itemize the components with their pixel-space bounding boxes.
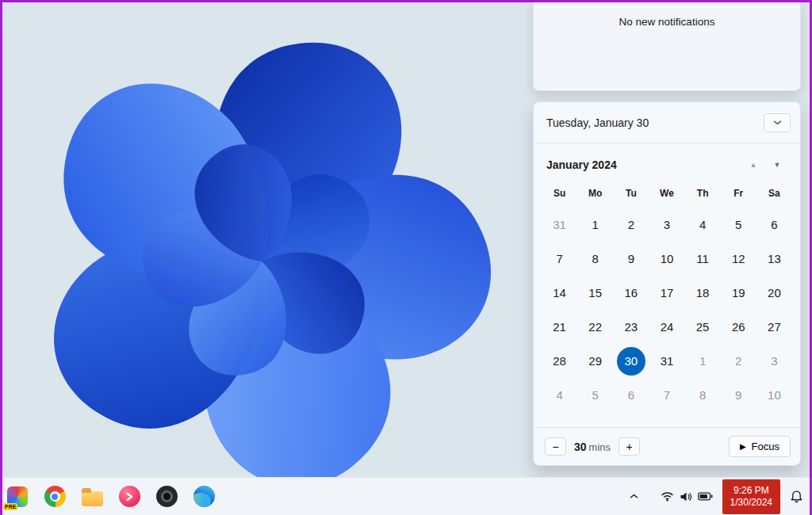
calendar-day[interactable]: 25: [685, 310, 721, 344]
calendar-day[interactable]: 29: [577, 344, 613, 378]
calendar-day[interactable]: 6: [613, 378, 649, 412]
calendar-day[interactable]: 27: [756, 310, 792, 344]
network-volume-battery-button[interactable]: [654, 481, 719, 513]
calendar-day[interactable]: 1: [577, 208, 613, 242]
folder-icon: [82, 491, 103, 506]
calendar-day[interactable]: 9: [613, 242, 649, 276]
calendar-day[interactable]: 13: [756, 242, 792, 276]
calendar-day[interactable]: 2: [613, 208, 649, 242]
chevron-down-icon: ▼: [774, 161, 781, 169]
edge-icon: [193, 486, 215, 507]
taskbar-system-tray: 9:26 PM 1/30/2024: [623, 479, 812, 514]
calendar-day[interactable]: 16: [613, 276, 649, 310]
tray-time: 9:26 PM: [733, 485, 769, 497]
calendar-day[interactable]: 4: [542, 378, 577, 412]
calendar-day[interactable]: 22: [577, 310, 613, 344]
calendar-day[interactable]: 5: [721, 208, 756, 242]
focus-minutes-value: 30: [574, 441, 587, 453]
wifi-icon: [661, 491, 674, 502]
calendar-day[interactable]: 24: [649, 310, 684, 344]
taskbar-preview-app-icon[interactable]: PRE: [2, 480, 33, 513]
focus-minutes-unit: mins: [589, 441, 611, 453]
taskbar-media-app-icon[interactable]: [114, 480, 144, 513]
calendar-day[interactable]: 28: [542, 344, 577, 378]
focus-minutes-decrease-button[interactable]: −: [545, 437, 566, 456]
show-hidden-icons-button[interactable]: [623, 481, 645, 513]
camera-lens-icon: [156, 486, 178, 507]
calendar-day[interactable]: 3: [756, 344, 792, 378]
no-notifications-text: No new notifications: [534, 16, 800, 28]
calendar-day[interactable]: 1: [685, 344, 721, 378]
calendar-day[interactable]: 10: [649, 242, 684, 276]
calendar-next-month-button[interactable]: ▼: [765, 155, 789, 174]
calendar-day[interactable]: 21: [542, 310, 577, 344]
focus-session-bar: − 30mins + ▶ Focus: [534, 427, 800, 465]
calendar-day[interactable]: 15: [577, 276, 613, 310]
calendar-day[interactable]: 9: [721, 378, 756, 412]
calendar-collapse-button[interactable]: [764, 113, 791, 132]
calendar-day[interactable]: 3: [649, 208, 684, 242]
day-of-week-header: Th: [685, 179, 721, 208]
calendar-day[interactable]: 12: [721, 242, 756, 276]
chevron-down-icon: [773, 120, 782, 125]
bell-icon: [790, 490, 803, 503]
calendar-month-row: January 2024 ▲ ▼: [534, 143, 800, 177]
day-of-week-header: Tu: [613, 179, 649, 208]
focus-start-button[interactable]: ▶ Focus: [729, 436, 791, 457]
calendar-day[interactable]: 26: [721, 310, 756, 344]
taskbar-pinned-apps: PRE: [0, 480, 219, 513]
taskbar-file-explorer-icon[interactable]: [77, 480, 107, 513]
day-of-week-header: Su: [542, 179, 577, 208]
battery-icon: [698, 492, 713, 501]
chrome-icon: [44, 486, 66, 507]
calendar-day[interactable]: 18: [685, 276, 721, 310]
notification-bell-button[interactable]: [783, 481, 810, 513]
chevron-up-icon: ▲: [750, 161, 757, 169]
calendar-grid: SuMoTuWeThFrSa31123456789101112131415161…: [534, 177, 800, 412]
day-of-week-header: Fr: [721, 179, 756, 208]
calendar-day[interactable]: 23: [613, 310, 649, 344]
taskbar-clock[interactable]: 9:26 PM 1/30/2024: [722, 479, 780, 514]
day-of-week-header: Mo: [577, 179, 613, 208]
taskbar-camera-app-icon[interactable]: [151, 480, 182, 513]
play-icon: ▶: [740, 443, 746, 451]
calendar-selected-date-label: Tuesday, January 30: [546, 116, 649, 129]
calendar-day[interactable]: 10: [756, 378, 792, 412]
calendar-day[interactable]: 6: [756, 208, 792, 242]
pre-badge: PRE: [3, 503, 17, 510]
tray-date: 1/30/2024: [730, 497, 772, 509]
day-of-week-header: We: [649, 179, 684, 208]
taskbar-edge-icon[interactable]: [189, 480, 219, 513]
calendar-day[interactable]: 11: [685, 242, 721, 276]
calendar-day[interactable]: 4: [685, 208, 721, 242]
calendar-day-selected[interactable]: 30: [613, 344, 649, 378]
media-app-icon: [119, 486, 140, 507]
calendar-day[interactable]: 19: [721, 276, 756, 310]
notification-panel: No new notifications: [533, 2, 801, 91]
calendar-day[interactable]: 2: [721, 344, 756, 378]
focus-minutes: 30mins: [574, 441, 611, 453]
calendar-day[interactable]: 20: [756, 276, 792, 310]
focus-minutes-increase-button[interactable]: +: [619, 437, 640, 456]
calendar-day[interactable]: 8: [577, 242, 613, 276]
calendar-day[interactable]: 5: [577, 378, 613, 412]
day-of-week-header: Sa: [756, 179, 792, 208]
calendar-day[interactable]: 31: [649, 344, 684, 378]
focus-button-label: Focus: [752, 441, 779, 452]
taskbar-chrome-icon[interactable]: [40, 480, 70, 513]
calendar-flyout: Tuesday, January 30 January 2024 ▲ ▼ SuM…: [533, 101, 801, 466]
volume-icon: [680, 491, 692, 502]
taskbar: PRE: [0, 477, 812, 515]
calendar-day[interactable]: 14: [542, 276, 577, 310]
white-arrow-icon: [125, 493, 133, 501]
calendar-day[interactable]: 7: [649, 378, 684, 412]
calendar-header: Tuesday, January 30: [534, 102, 800, 143]
calendar-prev-month-button[interactable]: ▲: [741, 155, 765, 174]
calendar-day[interactable]: 7: [542, 242, 577, 276]
calendar-day[interactable]: 8: [685, 378, 721, 412]
calendar-month-label[interactable]: January 2024: [546, 158, 617, 171]
calendar-day[interactable]: 31: [542, 208, 577, 242]
calendar-day[interactable]: 17: [649, 276, 684, 310]
chevron-up-icon: [630, 494, 638, 499]
